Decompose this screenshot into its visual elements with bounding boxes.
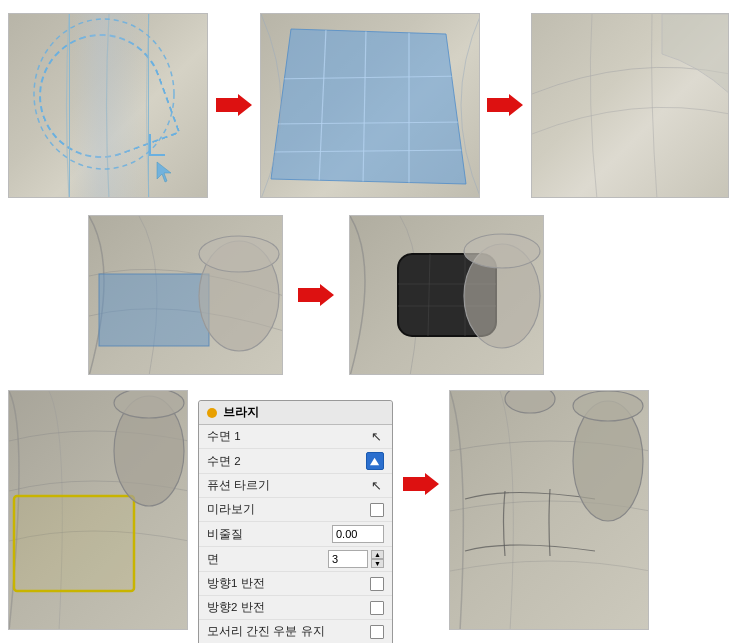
side-number: 3 [332,553,338,565]
surface-r2-2 [350,216,543,374]
svg-marker-4 [271,29,466,184]
surface-lines-r3b2 [450,391,648,629]
bevel-value: 0.00 [332,525,384,543]
row2-arrow-icon [298,281,334,309]
arrow2 [485,91,525,119]
svg-point-0 [34,19,174,169]
dir1-label: 방향1 반전 [207,576,370,591]
spin-down[interactable]: ▼ [371,559,384,568]
dialog-row-dir2: 방향2 반전 [199,596,392,620]
cursor2-icon: ↖ [368,478,384,494]
surface2-value [366,452,384,470]
preview-value [370,503,384,517]
row3-arrow [403,470,439,498]
svg-marker-27 [403,473,439,495]
svg-marker-15 [298,284,334,306]
arrow1-icon [216,91,252,119]
flow-value: ↖ [368,478,384,494]
surface-r1-1 [9,14,207,197]
dir1-checkbox[interactable] [370,577,384,591]
surface-r1-2 [261,14,479,197]
surface2-label: 수면 2 [207,454,366,469]
svg-rect-23 [14,496,134,591]
svg-point-14 [199,236,279,272]
dialog-wrapper: 브라지 수면 1 ↖ 수면 2 [198,400,393,643]
dialog-row-surface1: 수면 1 ↖ [199,425,392,449]
row3-image1 [8,390,188,630]
spin-up[interactable]: ▲ [371,550,384,559]
surface-r3-2 [450,391,648,629]
svg-rect-12 [99,274,209,346]
surface-r2-1 [89,216,282,374]
cursor1-icon: ↖ [368,429,384,445]
side-input[interactable]: 3 [328,550,368,568]
side-value: 3 ▲ ▼ [328,550,384,568]
preview-label: 미라보기 [207,502,370,517]
svg-point-25 [114,391,184,418]
bevel-number: 0.00 [336,528,357,540]
dialog-row-surface2: 수면 2 [199,449,392,474]
surface-r1-3 [532,14,728,197]
surface1-label: 수면 1 [207,429,368,444]
dialog-row-dir1: 방향1 반전 [199,572,392,596]
dialog-panel: 브라지 수면 1 ↖ 수면 2 [198,400,393,643]
svg-marker-26 [370,457,379,464]
surface2-btn-icon [370,456,381,467]
surface-lines-r1b2 [261,14,479,197]
edge-value [370,625,384,639]
side-label: 면 [207,552,328,567]
dir1-value [370,577,384,591]
dialog-title-dot [207,408,217,418]
surface-lines-r1b3 [532,14,728,197]
row2-arrow [291,281,341,309]
surface-lines-r1b1 [9,14,207,197]
bevel-label: 비줄질 [207,527,332,542]
svg-marker-1 [157,162,171,182]
arrow2-icon [487,91,523,119]
row1-image3 [531,13,729,198]
edge-checkbox[interactable] [370,625,384,639]
surface-lines-r3b1 [9,391,187,629]
surface-lines-r2b2 [350,216,543,374]
row2-image1 [88,215,283,375]
row1-image1 [8,13,208,198]
arrow1 [214,91,254,119]
dialog-row-edge: 모서리 간진 우분 유지 [199,620,392,643]
bevel-input[interactable]: 0.00 [332,525,384,543]
dialog-title: 브라지 [199,401,392,425]
row1-image2 [260,13,480,198]
edge-label: 모서리 간진 우분 유지 [207,624,370,639]
row2-image2 [349,215,544,375]
main-container: 브라지 수면 1 ↖ 수면 2 [0,0,737,643]
row2 [0,205,737,385]
flow-label: 퓨션 타르기 [207,478,368,493]
surface2-btn[interactable] [366,452,384,470]
preview-checkbox[interactable] [370,503,384,517]
dialog-row-preview: 미라보기 [199,498,392,522]
svg-point-30 [505,391,555,413]
row1 [0,0,737,205]
dialog-row-side: 면 3 ▲ ▼ [199,547,392,572]
svg-point-22 [464,234,540,268]
dialog-row-bevel: 비줄질 0.00 [199,522,392,547]
row3-arrow-icon [403,470,439,498]
dir2-label: 방향2 반전 [207,600,370,615]
dialog-row-flow: 퓨션 타르기 ↖ [199,474,392,498]
row3-image2 [449,390,649,630]
svg-marker-2 [216,94,252,116]
dir2-checkbox[interactable] [370,601,384,615]
surface-r3-1 [9,391,187,629]
svg-point-29 [573,391,643,421]
dialog-title-text: 브라지 [223,405,259,420]
dir2-value [370,601,384,615]
row3: 브라지 수면 1 ↖ 수면 2 [0,385,737,643]
svg-marker-11 [487,94,523,116]
surface1-value: ↖ [368,429,384,445]
side-spin: ▲ ▼ [371,550,384,568]
surface-lines-r2b1 [89,216,282,374]
